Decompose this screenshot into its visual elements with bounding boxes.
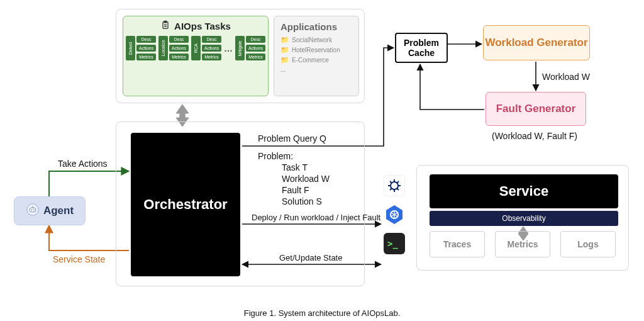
svg-line-13 — [397, 188, 399, 190]
task-pill: Desc — [246, 36, 265, 43]
task-col: Detect Desc Actions Metrics — [126, 36, 156, 60]
kubernetes-icon — [384, 204, 405, 225]
folder-icon: 📁 — [280, 56, 289, 64]
task-col-label: Detect — [126, 36, 135, 60]
workload-out-label: Workload W — [542, 72, 590, 82]
telemetry-logs: Logs — [560, 231, 616, 257]
svg-line-12 — [390, 181, 392, 183]
svg-line-15 — [397, 181, 399, 183]
service-label: Service — [499, 183, 548, 200]
app-name: SocialNetwork — [292, 37, 332, 43]
folder-icon: 📁 — [280, 46, 289, 54]
app-name: HotelReservation — [292, 47, 340, 54]
task-pill: Desc — [169, 36, 189, 43]
task-col-label: RCA — [191, 36, 201, 60]
applications-list: 📁SocialNetwork 📁HotelReservation 📁E-Comm… — [280, 36, 352, 73]
task-col: RCA Desc Actions Metrics — [191, 36, 221, 60]
app-name: ... — [280, 66, 286, 73]
helm-icon — [384, 175, 405, 196]
application-item: 📁SocialNetwork — [280, 36, 352, 44]
task-pill: Metrics — [246, 54, 265, 60]
folder-icon: 📁 — [280, 36, 289, 44]
svg-point-4 — [31, 210, 32, 211]
task-col: Localize Desc Actions Metrics — [158, 36, 189, 60]
problem-line: Solution S — [282, 196, 322, 206]
applications-panel: Applications 📁SocialNetwork 📁HotelReserv… — [274, 16, 359, 96]
svg-line-14 — [390, 188, 392, 190]
task-pill: Metrics — [202, 54, 221, 60]
telemetry-metrics: Metrics — [495, 231, 550, 257]
fault-generator-box: Fault Generator — [486, 92, 586, 126]
task-pill: Metrics — [136, 54, 156, 60]
task-pill: Actions — [136, 45, 156, 52]
task-col: Mitigate Desc Actions Metrics — [235, 36, 265, 60]
task-pill: Actions — [169, 45, 189, 52]
app-name: E-Commerce — [292, 57, 329, 64]
take-actions-label: Take Actions — [58, 159, 108, 169]
task-pill: Actions — [202, 45, 221, 52]
problem-line: Workload W — [282, 174, 330, 184]
applications-title: Applications — [280, 21, 352, 32]
clipboard-icon — [160, 20, 170, 32]
figure-caption: Figure 1. System architecture of AIOpsLa… — [0, 308, 644, 318]
top-group-panel: AIOps Tasks Detect Desc Actions Metrics … — [116, 9, 365, 103]
application-item: 📁E-Commerce — [280, 56, 352, 64]
task-col-label: Mitigate — [235, 36, 245, 60]
workload-generator-box: Workload Generator — [483, 25, 590, 60]
orchestrator-label: Orchestrator — [143, 196, 227, 213]
task-pill: Desc — [202, 36, 221, 43]
terminal-glyph: >_ — [387, 239, 398, 249]
problem-line: Task T — [282, 162, 308, 172]
telemetry-traces: Traces — [430, 231, 485, 257]
agent-box: Agent — [14, 196, 86, 225]
fault-out-label: (Workload W, Fault F) — [492, 131, 577, 141]
task-pill: Actions — [246, 45, 265, 52]
service-state-label: Service State — [53, 254, 105, 264]
svg-point-5 — [33, 210, 35, 211]
task-pill: Metrics — [169, 54, 189, 60]
problem-query-label: Problem Query Q — [258, 133, 326, 144]
workload-generator-label: Workload Generator — [485, 37, 587, 49]
aiops-task-cards: Detect Desc Actions Metrics Localize Des… — [126, 36, 265, 60]
telemetry-row: Traces Metrics Logs — [430, 231, 616, 257]
problem-header: Problem: — [258, 151, 293, 161]
aiops-tasks-title: AIOps Tasks — [160, 20, 231, 32]
svg-rect-3 — [30, 208, 35, 211]
application-item: ... — [280, 66, 352, 73]
task-pill: Desc — [136, 36, 156, 43]
task-col-label: Localize — [158, 36, 168, 60]
deploy-icon-column: >_ — [384, 175, 405, 254]
deploy-line-label: Deploy / Run workload / Inject Fault — [252, 213, 380, 222]
problem-line: Fault F — [282, 185, 309, 195]
problem-cache-label: Problem Cache — [396, 38, 447, 58]
orchestrator-box: Orchestrator — [131, 133, 240, 276]
agent-label: Agent — [43, 205, 74, 217]
aiops-title-text: AIOps Tasks — [174, 21, 231, 31]
service-panel: Service Observability Traces Metrics Log… — [416, 165, 629, 271]
fault-generator-label: Fault Generator — [496, 103, 576, 115]
observability-bar: Observability — [430, 211, 618, 226]
robot-icon — [26, 203, 40, 219]
state-line-label: Get/Update State — [279, 253, 342, 262]
problem-cache-box: Problem Cache — [395, 33, 448, 63]
ellipsis-icon: … — [224, 43, 233, 54]
aiops-tasks-panel: AIOps Tasks Detect Desc Actions Metrics … — [123, 16, 269, 96]
service-box: Service — [430, 174, 618, 208]
observability-label: Observability — [502, 214, 545, 223]
terminal-icon: >_ — [384, 233, 405, 254]
application-item: 📁HotelReservation — [280, 46, 352, 54]
